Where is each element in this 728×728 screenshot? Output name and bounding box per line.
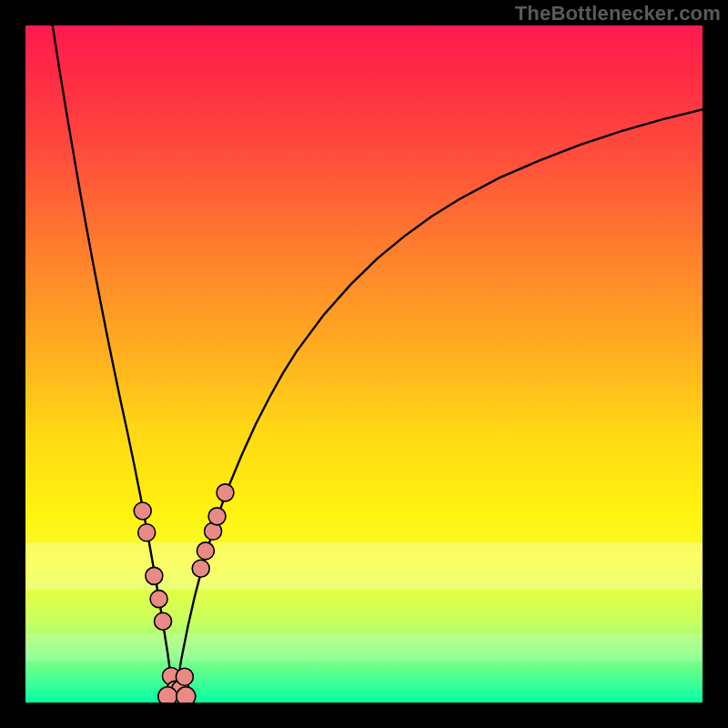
data-dot-right (217, 484, 234, 501)
data-dot-right (176, 668, 193, 685)
plot-area (25, 25, 703, 703)
data-dot-left (155, 612, 172, 630)
data-dot-bottom (158, 687, 177, 703)
data-dots (134, 484, 234, 703)
data-dot-left (150, 591, 167, 608)
data-dot-left (134, 502, 151, 520)
dots-svg (25, 25, 703, 703)
watermark-text: TheBottlenecker.com (515, 2, 721, 25)
data-dot-right (208, 508, 226, 525)
data-dot-left (138, 524, 156, 541)
viewport: TheBottlenecker.com (0, 0, 728, 728)
data-dot-right (197, 542, 214, 560)
data-dot-left (146, 567, 163, 584)
data-dot-bottom (177, 687, 196, 703)
data-dot-right (192, 560, 209, 577)
